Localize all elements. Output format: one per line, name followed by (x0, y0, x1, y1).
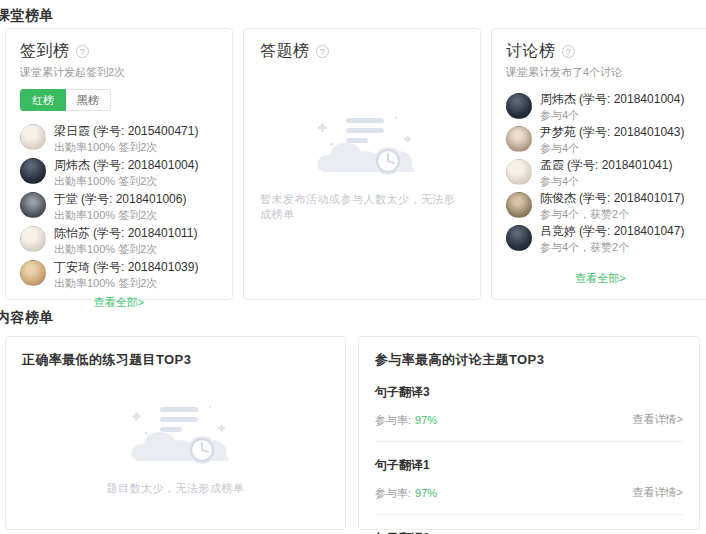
student-id: (学号: 2018401004) (93, 158, 198, 172)
signin-ranking-card: 签到榜 ? 课堂累计发起签到2次 红榜 黑榜 梁日霞(学号: 201540047… (5, 28, 233, 300)
student-name: 周炜杰 (540, 92, 576, 106)
student-stats: 出勤率100% 签到2次 (54, 210, 186, 221)
tab-black-list[interactable]: 黑榜 (66, 89, 111, 111)
signin-tabs: 红榜 黑榜 (20, 89, 111, 111)
signin-card-subtitle: 课堂累计发起签到2次 (20, 65, 218, 80)
avatar (20, 124, 46, 150)
student-stats: 出勤率100% 签到2次 (54, 176, 198, 187)
student-name: 梁日霞 (54, 124, 90, 138)
student-row: 孟霞(学号: 2018401041) 参与4个 (506, 155, 695, 188)
avatar (506, 159, 532, 185)
student-name: 陈俊杰 (540, 191, 576, 205)
help-icon[interactable]: ? (562, 45, 575, 58)
top-discussions-card: 参与率最高的讨论主题TOP3 句子翻译3 参与率:97% 查看详情> 句子翻译1… (358, 336, 700, 530)
student-row: 吕竞婷(学号: 2018401047) 参与4个，获赞2个 (506, 221, 695, 254)
view-details-link[interactable]: 查看详情> (633, 412, 683, 427)
avatar (20, 226, 46, 252)
student-stats: 参与4个 (540, 110, 684, 121)
topic-name: 句子翻译1 (375, 457, 683, 474)
student-name: 于堂 (54, 192, 78, 206)
participation-rate-value: 97% (415, 487, 437, 499)
student-row: 周炜杰(学号: 2018401004) 出勤率100% 签到2次 (20, 154, 218, 188)
discussion-topic-item: 句子翻译2 参与率:97% 查看详情> (375, 515, 683, 534)
view-all-link[interactable]: 查看全部> (506, 271, 695, 286)
student-id: (学号: 2018401017) (579, 191, 684, 205)
student-row: 于堂(学号: 2018401006) 出勤率100% 签到2次 (20, 188, 218, 222)
student-row: 周炜杰(学号: 2018401004) 参与4个 (506, 89, 695, 122)
student-stats: 参与4个 (540, 176, 672, 187)
discussion-ranking-card: 讨论榜 ? 课堂累计发布了4个讨论 周炜杰(学号: 2018401004) 参与… (491, 28, 706, 300)
answer-ranking-card: 答题榜 ? 暂未发布活动或参与人数太少，无法形成榜单 (243, 28, 481, 300)
student-stats: 出勤率100% 签到2次 (54, 142, 198, 153)
student-id: (学号: 2018401039) (93, 260, 198, 274)
student-id: (学号: 2018401041) (567, 158, 672, 172)
signin-student-list: 梁日霞(学号: 2015400471) 出勤率100% 签到2次 周炜杰(学号:… (20, 120, 218, 290)
avatar (506, 192, 532, 218)
content-rankings-section-title: 内容榜单 (0, 309, 54, 327)
student-row: 梁日霞(学号: 2015400471) 出勤率100% 签到2次 (20, 120, 218, 154)
lowest-accuracy-title: 正确率最低的练习题目TOP3 (22, 351, 329, 369)
student-name: 周炜杰 (54, 158, 90, 172)
student-stats: 参与4个，获赞2个 (540, 209, 684, 220)
student-id: (学号: 2018401043) (579, 125, 684, 139)
student-id: (学号: 2018401006) (81, 192, 186, 206)
student-stats: 出勤率100% 签到2次 (54, 244, 198, 255)
discussion-topic-item: 句子翻译1 参与率:97% 查看详情> (375, 442, 683, 515)
lowest-accuracy-card: 正确率最低的练习题目TOP3 题目数太少，无法形成榜单 (5, 336, 346, 530)
empty-state-text: 暂未发布活动或参与人数太少，无法形成榜单 (260, 192, 464, 222)
student-stats: 出勤率100% 签到2次 (54, 278, 198, 289)
participation-rate-value: 97% (415, 414, 437, 426)
student-stats: 参与4个 (540, 143, 684, 154)
top-discussions-title: 参与率最高的讨论主题TOP3 (375, 351, 683, 369)
answer-card-title: 答题榜 (260, 41, 310, 62)
avatar (506, 93, 532, 119)
discussion-student-list: 周炜杰(学号: 2018401004) 参与4个 尹梦苑(学号: 2018401… (506, 89, 695, 254)
student-name: 孟霞 (540, 158, 564, 172)
student-name: 陈怡苏 (54, 226, 90, 240)
avatar (20, 192, 46, 218)
student-id: (学号: 2018401004) (579, 92, 684, 106)
topic-name: 句子翻译2 (375, 530, 683, 534)
help-icon[interactable]: ? (76, 45, 89, 58)
discussion-card-title: 讨论榜 (506, 41, 556, 62)
topic-name: 句子翻译3 (375, 384, 683, 401)
student-row: 尹梦苑(学号: 2018401043) 参与4个 (506, 122, 695, 155)
avatar (506, 126, 532, 152)
tab-red-list[interactable]: 红榜 (20, 89, 66, 111)
student-id: (学号: 2018401047) (579, 224, 684, 238)
student-id: (学号: 2018401011) (93, 226, 198, 240)
student-row: 丁安琦(学号: 2018401039) 出勤率100% 签到2次 (20, 256, 218, 290)
empty-ranking-illustration (304, 106, 420, 182)
avatar (20, 260, 46, 286)
help-icon[interactable]: ? (316, 45, 329, 58)
student-stats: 参与4个，获赞2个 (540, 242, 684, 253)
signin-card-title: 签到榜 (20, 41, 70, 62)
empty-ranking-illustration (118, 395, 234, 471)
participation-rate-label: 参与率: (375, 414, 411, 426)
student-id: (学号: 2015400471) (93, 124, 198, 138)
avatar (506, 225, 532, 251)
classroom-report-page: 课堂榜单 签到榜 ? 课堂累计发起签到2次 红榜 黑榜 梁日霞(学号: 2015… (0, 0, 706, 534)
student-name: 吕竞婷 (540, 224, 576, 238)
student-row: 陈俊杰(学号: 2018401017) 参与4个，获赞2个 (506, 188, 695, 221)
discussion-card-subtitle: 课堂累计发布了4个讨论 (506, 65, 695, 80)
empty-state-text: 题目数太少，无法形成榜单 (107, 481, 245, 496)
student-name: 丁安琦 (54, 260, 90, 274)
discussion-topic-item: 句子翻译3 参与率:97% 查看详情> (375, 369, 683, 442)
view-details-link[interactable]: 查看详情> (633, 485, 683, 500)
classroom-rankings-section-title: 课堂榜单 (0, 7, 54, 25)
view-all-link[interactable]: 查看全部> (20, 295, 218, 310)
avatar (20, 158, 46, 184)
student-row: 陈怡苏(学号: 2018401011) 出勤率100% 签到2次 (20, 222, 218, 256)
student-name: 尹梦苑 (540, 125, 576, 139)
participation-rate-label: 参与率: (375, 487, 411, 499)
